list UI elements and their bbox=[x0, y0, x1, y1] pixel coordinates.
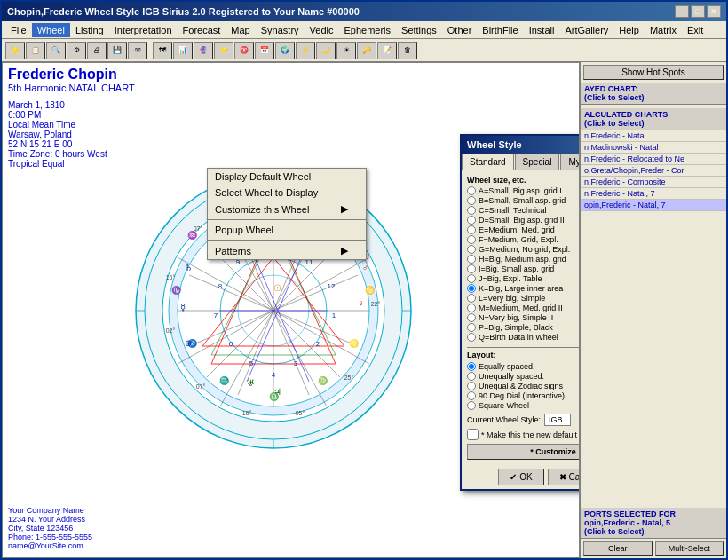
toolbar-btn-5[interactable]: 🖨 bbox=[87, 42, 107, 59]
svg-text:♋: ♋ bbox=[365, 285, 376, 296]
radio-input-P[interactable] bbox=[467, 323, 476, 332]
radio-input-N[interactable] bbox=[467, 313, 476, 322]
dropdown-select-wheel[interactable]: Select Wheel to Display bbox=[208, 185, 366, 201]
title-bar: Chopin,Frederic Wheel Style IGB Sirius 2… bbox=[2, 2, 726, 21]
tab-my-wheel[interactable]: My Wheel bbox=[560, 154, 580, 170]
menu-forecast[interactable]: Forecast bbox=[178, 23, 226, 37]
radio-G: G=Medium, No grid, Expl. bbox=[467, 245, 580, 254]
ports-selected-header: PORTS SELECTED FOR opin,Frederic - Natal… bbox=[581, 508, 726, 539]
svg-text:♃: ♃ bbox=[273, 387, 281, 397]
radio-input-F[interactable] bbox=[467, 235, 476, 244]
chart-item-6[interactable]: n,Frederic - Natal, 7 bbox=[581, 188, 726, 200]
menu-help[interactable]: Help bbox=[613, 23, 645, 37]
menu-listing[interactable]: Listing bbox=[70, 23, 109, 37]
svg-text:♀: ♀ bbox=[358, 298, 365, 308]
radio-input-I[interactable] bbox=[467, 264, 476, 273]
toolbar-btn-20[interactable]: 🗑 bbox=[398, 42, 417, 59]
menu-ephemeris[interactable]: Ephemeris bbox=[338, 23, 396, 37]
main-area: Frederic Chopin 5th Harmonic NATAL CHART… bbox=[2, 62, 726, 558]
radio-input-Q[interactable] bbox=[467, 333, 476, 342]
radio-input-L[interactable] bbox=[467, 294, 476, 303]
chart-item-5[interactable]: n,Frederic - Composite bbox=[581, 177, 726, 188]
radio-input-G[interactable] bbox=[467, 245, 476, 254]
chart-item-3[interactable]: n,Frederic - Relocated to Ne bbox=[581, 154, 726, 165]
radio-layout-2[interactable] bbox=[467, 372, 476, 381]
menu-birthfile[interactable]: BirthFile bbox=[477, 23, 523, 37]
dialog-buttons: ✔ OK ✖ Cancel bbox=[462, 465, 580, 489]
svg-text:♅: ♅ bbox=[247, 378, 255, 388]
dropdown-popup-wheel[interactable]: Popup Wheel bbox=[208, 222, 366, 238]
customize-button[interactable]: * Customize bbox=[467, 444, 580, 460]
toolbar-btn-1[interactable]: 🌟 bbox=[5, 42, 25, 59]
chart-item-1[interactable]: n,Frederic - Natal bbox=[581, 130, 726, 142]
menu-file[interactable]: File bbox=[5, 23, 32, 37]
menu-artgallery[interactable]: ArtGallery bbox=[559, 23, 613, 37]
toolbar-btn-16[interactable]: 🌙 bbox=[316, 42, 336, 59]
radio-layout-5[interactable] bbox=[467, 401, 476, 410]
menu-exit[interactable]: Exit bbox=[682, 23, 708, 37]
toolbar-btn-19[interactable]: 📝 bbox=[377, 42, 397, 59]
menu-other[interactable]: Other bbox=[442, 23, 478, 37]
tab-standard[interactable]: Standard bbox=[462, 154, 514, 170]
company-address: 1234 N. Your Address bbox=[8, 515, 92, 524]
menu-settings[interactable]: Settings bbox=[396, 23, 442, 37]
radio-input-J[interactable] bbox=[467, 274, 476, 283]
tab-special[interactable]: Special bbox=[515, 154, 560, 170]
toolbar-btn-14[interactable]: 🌍 bbox=[275, 42, 295, 59]
toolbar-btn-12[interactable]: ♈ bbox=[234, 42, 254, 59]
menu-synastry[interactable]: Synastry bbox=[256, 23, 305, 37]
radio-input-C[interactable] bbox=[467, 206, 476, 215]
toolbar-btn-18[interactable]: 🔑 bbox=[357, 42, 376, 59]
radio-input-B[interactable] bbox=[467, 196, 476, 205]
toolbar-btn-4[interactable]: ⚙ bbox=[67, 42, 86, 59]
dropdown-display-default[interactable]: Display Default Wheel bbox=[208, 169, 366, 185]
menu-matrix[interactable]: Matrix bbox=[645, 23, 682, 37]
radio-layout-1[interactable] bbox=[467, 362, 476, 371]
menu-interpretation[interactable]: Interpretation bbox=[109, 23, 178, 37]
toolbar-btn-8[interactable]: 🗺 bbox=[153, 42, 172, 59]
radio-layout-4[interactable] bbox=[467, 391, 476, 400]
toolbar-btn-6[interactable]: 💾 bbox=[107, 42, 127, 59]
radio-input-H[interactable] bbox=[467, 255, 476, 264]
radio-layout-3[interactable] bbox=[467, 382, 476, 390]
toolbar-btn-9[interactable]: 📊 bbox=[173, 42, 193, 59]
radio-input-M[interactable] bbox=[467, 304, 476, 312]
toolbar-btn-11[interactable]: ⭐ bbox=[214, 42, 233, 59]
toolbar-btn-3[interactable]: 🔍 bbox=[46, 42, 66, 59]
toolbar-btn-2[interactable]: 📋 bbox=[26, 42, 45, 59]
main-window: Chopin,Frederic Wheel Style IGB Sirius 2… bbox=[0, 0, 728, 560]
layout-unequally: Unequally spaced. bbox=[467, 372, 580, 381]
clear-button[interactable]: Clear bbox=[583, 541, 653, 556]
radio-input-E[interactable] bbox=[467, 225, 476, 234]
chart-item-2[interactable]: n Madinowski - Natal bbox=[581, 142, 726, 154]
menu-install[interactable]: Install bbox=[524, 23, 560, 37]
chart-item-4[interactable]: o,Greta/Chopin,Freder - Cor bbox=[581, 165, 726, 177]
maximize-button[interactable]: □ bbox=[691, 5, 705, 18]
dropdown-patterns[interactable]: Patterns ▶ bbox=[208, 242, 366, 259]
hot-spots-button[interactable]: Show Hot Spots bbox=[583, 65, 724, 80]
radio-input-D[interactable] bbox=[467, 216, 476, 225]
toolbar-btn-15[interactable]: ⚡ bbox=[296, 42, 315, 59]
menu-vedic[interactable]: Vedic bbox=[305, 23, 339, 37]
menu-map[interactable]: Map bbox=[226, 23, 255, 37]
toolbar-btn-7[interactable]: ✉ bbox=[128, 42, 147, 59]
company-name: Your Company Name bbox=[8, 506, 92, 515]
chart-subtitle: 5th Harmonic NATAL CHART bbox=[8, 83, 135, 93]
radio-input-K[interactable] bbox=[467, 284, 476, 293]
menu-wheel[interactable]: Wheel bbox=[32, 23, 70, 37]
toolbar-btn-10[interactable]: 🔮 bbox=[194, 42, 213, 59]
toolbar-btn-17[interactable]: ☀ bbox=[336, 42, 356, 59]
cancel-button[interactable]: ✖ Cancel bbox=[548, 469, 580, 485]
dropdown-customize[interactable]: Customize this Wheel ▶ bbox=[208, 201, 366, 217]
multi-select-button[interactable]: Multi-Select bbox=[655, 541, 724, 556]
dialog-tabs: Standard Special My Wheel bbox=[462, 154, 580, 170]
minimize-button[interactable]: ─ bbox=[675, 5, 689, 18]
ok-button[interactable]: ✔ OK bbox=[498, 469, 543, 485]
make-default-checkbox[interactable] bbox=[467, 429, 479, 440]
svg-text:6: 6 bbox=[229, 340, 233, 348]
toolbar-btn-13[interactable]: 📅 bbox=[255, 42, 274, 59]
chart-item-7[interactable]: opin,Frederic - Natal, 7 bbox=[581, 200, 726, 211]
radio-input-A[interactable] bbox=[467, 186, 476, 195]
close-button[interactable]: ✕ bbox=[707, 5, 721, 18]
make-default-row: * Make this the new default bbox=[467, 429, 580, 440]
